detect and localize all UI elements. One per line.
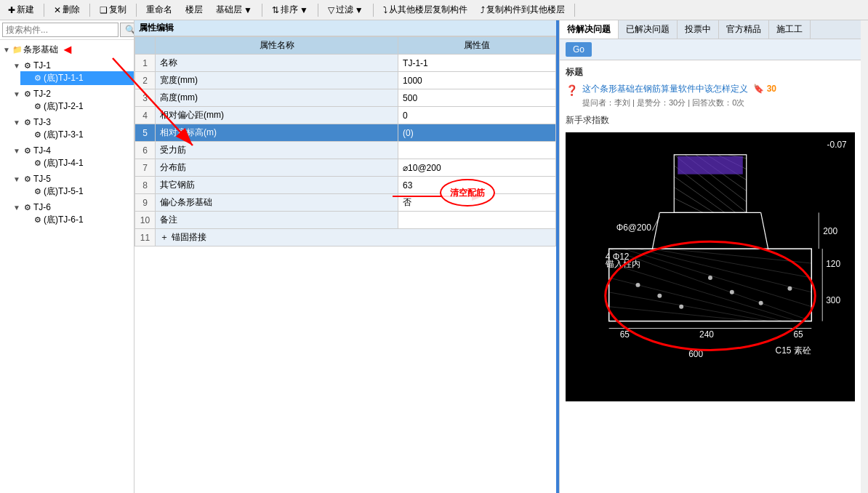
tree-item-tj1-row[interactable]: ▼ ⚙ TJ-1 [10, 60, 134, 71]
row-num: 5 [135, 124, 156, 142]
prop-name-cell: 高度(mm) [156, 89, 398, 107]
prop-val-cell[interactable]: 0 [398, 107, 556, 124]
tree-item-tj1-1-row[interactable]: ⚙ (底)TJ-1-1 [20, 71, 134, 85]
tree-toggle-tj6[interactable]: ▼ [12, 204, 22, 212]
tree-item-tj6-1-row[interactable]: ⚙ (底)TJ-6-1 [20, 213, 134, 227]
tree-item-tj1: ▼ ⚙ TJ-1 ⚙ (底)TJ-1-1 [10, 58, 134, 87]
tree-label-tj2-1: (底)TJ-2-1 [44, 100, 84, 113]
component-icon-tj1: ⚙ [22, 61, 33, 71]
prop-val-cell[interactable]: (0) [398, 124, 556, 142]
svg-text:200: 200 [823, 226, 837, 236]
copy-button[interactable]: ❑ 复制 [95, 1, 132, 18]
rename-button[interactable]: 重命名 [141, 1, 177, 18]
tree-toggle-tj2[interactable]: ▼ [12, 90, 22, 98]
new-button[interactable]: ✚ 新建 [3, 1, 39, 18]
tree-label-tj3-1: (底)TJ-3-1 [44, 129, 84, 141]
floor-button[interactable]: 楼层 [180, 1, 208, 18]
svg-text:65: 65 [793, 329, 803, 339]
prop-name-cell: 备注 [156, 212, 398, 229]
question-link[interactable]: 这个条形基础在钢筋算量软件中该怎样定义 🔖 30 [582, 84, 776, 94]
prop-val-cell[interactable] [398, 142, 556, 159]
right-content: 标题 ❓ 这个条形基础在钢筋算量软件中该怎样定义 🔖 30 提问者：李刘 | 是… [560, 60, 861, 493]
tree-toggle-tj4[interactable]: ▼ [12, 147, 22, 155]
prop-val-cell[interactable]: 否 [398, 194, 556, 212]
expand-cell[interactable]: ＋锚固搭接 [156, 229, 556, 246]
tree-label-tj5-1: (底)TJ-5-1 [44, 185, 84, 198]
tab-solved[interactable]: 已解决问题 [619, 20, 678, 39]
search-input[interactable] [2, 23, 118, 37]
prop-val-cell[interactable]: 500 [398, 89, 556, 107]
svg-point-49 [708, 276, 712, 280]
go-button[interactable]: Go [566, 42, 592, 57]
table-row: 11 ＋锚固搭接 [135, 229, 556, 246]
tree-item-tj2-1-row[interactable]: ⚙ (底)TJ-2-1 [20, 100, 134, 113]
prop-header-label: 属性编辑 [139, 23, 174, 33]
tree-item-tj3-row[interactable]: ▼ ⚙ TJ-3 [10, 116, 134, 128]
tree-item-tj5-row[interactable]: ▼ ⚙ TJ-5 [10, 173, 134, 185]
expand-icon[interactable]: ＋ [160, 232, 169, 242]
tree-toggle-tj3[interactable]: ▼ [12, 119, 22, 127]
copy-to-button[interactable]: ⤴ 复制构件到其他楼层 [475, 1, 570, 18]
table-row: 6 受力筋 [135, 142, 556, 159]
question-icon: ❓ [566, 84, 578, 96]
tree-item-tj5-1-row[interactable]: ⚙ (底)TJ-5-1 [20, 185, 134, 199]
prop-val-cell[interactable]: TJ-1-1 [398, 55, 556, 72]
cad-drawing-area: -0.07 [566, 132, 855, 401]
prop-name-cell: 名称 [156, 55, 398, 72]
component-icon-tj5: ⚙ [22, 175, 33, 184]
prop-val-cell[interactable] [398, 212, 556, 229]
right-tabs: 待解决问题 已解决问题 投票中 官方精品 施工工 [560, 20, 861, 39]
tree-root-row[interactable]: ▼ 📁 条形基础 ◄ [0, 41, 134, 58]
tree-item-tj4-1-row[interactable]: ⚙ (底)TJ-4-1 [20, 156, 134, 170]
prop-name-cell: 宽度(mm) [156, 72, 398, 89]
component-icon-tj4: ⚙ [22, 146, 33, 156]
tab-voting[interactable]: 投票中 [678, 20, 719, 39]
base-layer-button[interactable]: 基础层 ▼ [211, 1, 257, 18]
row-num: 11 [135, 229, 156, 246]
tab-official[interactable]: 官方精品 [719, 20, 769, 39]
tree-toggle-tj1[interactable]: ▼ [12, 62, 22, 70]
row-num: 3 [135, 89, 156, 107]
prop-val-cell[interactable]: 63 [398, 177, 556, 194]
tree-item-tj4-row[interactable]: ▼ ⚙ TJ-4 [10, 145, 134, 156]
row-num: 9 [135, 194, 156, 212]
tab-pending[interactable]: 待解决问题 [560, 20, 619, 39]
svg-text:300: 300 [826, 295, 840, 305]
copy-from-button[interactable]: ⤵ 从其他楼层复制构件 [378, 1, 473, 18]
tree-container: ▼ 📁 条形基础 ◄ ▼ ⚙ TJ-1 [0, 40, 134, 493]
table-row: 10 备注 [135, 212, 556, 229]
separator-7 [574, 4, 575, 17]
table-row: 3 高度(mm) 500 [135, 89, 556, 107]
table-row: 5 相对底标高(m) (0) [135, 124, 556, 142]
separator-2 [89, 4, 90, 17]
subcomponent-icon-tj3-1: ⚙ [32, 130, 44, 140]
svg-point-48 [679, 305, 683, 309]
table-row: 8 其它钢筋 63 [135, 177, 556, 194]
tree-item-tj2-row[interactable]: ▼ ⚙ TJ-2 [10, 88, 134, 100]
delete-button[interactable]: ✕ 删除 [49, 1, 85, 18]
tree-item-tj3-1-row[interactable]: ⚙ (底)TJ-3-1 [20, 128, 134, 142]
filter-button[interactable]: ▽ 过滤 ▼ [323, 1, 369, 18]
sort-icon: ⇅ [272, 5, 279, 15]
col-num [135, 37, 156, 55]
sort-button[interactable]: ⇅ 排序 ▼ [267, 1, 313, 18]
row-num: 2 [135, 72, 156, 89]
tree-children-tj5: ⚙ (底)TJ-5-1 [10, 185, 134, 199]
tree-children-tj2: ⚙ (底)TJ-2-1 [10, 100, 134, 113]
tree-toggle-root[interactable]: ▼ [1, 46, 12, 54]
search-button[interactable]: 🔍 [120, 23, 134, 37]
subcomponent-icon-tj2-1: ⚙ [32, 102, 44, 111]
tree-children-tj4: ⚙ (底)TJ-4-1 [10, 156, 134, 170]
tree-toggle-tj5[interactable]: ▼ [12, 175, 22, 183]
tree-label-tj4: TJ-4 [33, 145, 51, 156]
tree-label-tj2: TJ-2 [33, 89, 51, 99]
tab-construction[interactable]: 施工工 [769, 20, 811, 39]
tree-item-tj6-row[interactable]: ▼ ⚙ TJ-6 [10, 201, 134, 213]
tree-root-label: 条形基础 [23, 44, 58, 56]
prop-val-cell[interactable]: ⌀10@200 [398, 159, 556, 177]
prop-val-cell[interactable]: 1000 [398, 72, 556, 89]
subcomponent-icon-tj6-1: ⚙ [32, 215, 44, 225]
subcomponent-icon-tj4-1: ⚙ [32, 159, 44, 168]
tree-item-tj3: ▼ ⚙ TJ-3 ⚙ (底)TJ-3-1 [10, 115, 134, 143]
tree-label-tj6-1: (底)TJ-6-1 [44, 214, 84, 226]
